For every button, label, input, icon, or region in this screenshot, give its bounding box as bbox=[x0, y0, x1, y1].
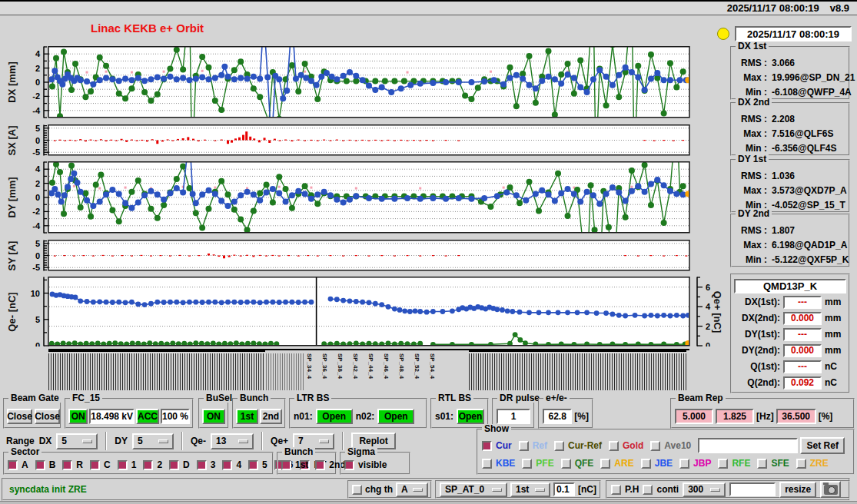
busel-on-button[interactable]: ON bbox=[202, 409, 225, 424]
show-cur-ref-checkbox-box[interactable] bbox=[554, 441, 564, 451]
show-jbe-checkbox[interactable]: JBE bbox=[641, 458, 673, 469]
sector-a-checkbox-box[interactable] bbox=[8, 460, 18, 470]
beam-gate-close-1-button[interactable]: Close bbox=[7, 409, 32, 424]
dy-plot: 420-2-4 bbox=[27, 161, 703, 234]
show-kbe-checkbox[interactable]: KBE bbox=[482, 458, 515, 469]
dx2-max: 7.516@QLF6S bbox=[772, 128, 833, 139]
conti-checkbox[interactable] bbox=[643, 485, 653, 495]
sector-a-checkbox[interactable]: A bbox=[8, 459, 28, 470]
sector-1-checkbox-box[interactable] bbox=[118, 460, 128, 470]
show-jbp-checkbox-box[interactable] bbox=[679, 459, 689, 469]
svg-text:-4: -4 bbox=[32, 106, 41, 115]
show-qfe-checkbox[interactable]: QFE bbox=[561, 458, 594, 469]
ltr-bs-group: LTR BS n01: Open n02: Open bbox=[289, 398, 427, 429]
sector-5-checkbox-box[interactable] bbox=[248, 460, 258, 470]
set-ref-button[interactable]: Set Ref bbox=[800, 437, 845, 454]
sector-2-checkbox-box[interactable] bbox=[143, 460, 153, 470]
sector-r-checkbox[interactable]: R bbox=[62, 459, 83, 470]
show-ave10-checkbox-box[interactable] bbox=[650, 441, 660, 451]
show-are-checkbox-box[interactable] bbox=[600, 459, 610, 469]
resize-button[interactable]: resize bbox=[779, 482, 816, 498]
sector-d-checkbox-label: D bbox=[183, 459, 190, 470]
chg-th-dropdown[interactable]: A bbox=[396, 482, 428, 497]
sy-plot: 50-5 bbox=[27, 240, 703, 271]
sigma-visible-checkbox[interactable]: visible bbox=[344, 459, 387, 470]
status-message: syncdata init ZRE bbox=[9, 484, 87, 495]
show-kbe-checkbox-box[interactable] bbox=[482, 459, 492, 469]
count-dropdown[interactable]: 300 bbox=[683, 482, 726, 497]
bpm-name-field[interactable]: QMD13P_K bbox=[734, 279, 846, 293]
ltr-n01-open-button[interactable]: Open bbox=[316, 409, 353, 424]
sector-d-checkbox-box[interactable] bbox=[169, 460, 179, 470]
show-pfe-checkbox-box[interactable] bbox=[522, 459, 532, 469]
bunch-1st-checkbox-box[interactable] bbox=[281, 460, 291, 470]
dx2-stats-title: DX 2nd bbox=[736, 98, 772, 107]
bunch-2nd-checkbox-box[interactable] bbox=[315, 460, 325, 470]
sector-b-checkbox-label: B bbox=[49, 459, 56, 470]
ltr-n02-open-button[interactable]: Open bbox=[377, 409, 414, 424]
bunch-order-dropdown[interactable]: 1st bbox=[510, 482, 550, 497]
window-bottom-edge bbox=[0, 501, 857, 504]
show-zre-checkbox[interactable]: ZRE bbox=[796, 458, 829, 469]
show-sfe-checkbox[interactable]: SFE bbox=[757, 458, 789, 469]
show-cur-checkbox[interactable]: Cur bbox=[482, 440, 512, 451]
show-sfe-checkbox-box[interactable] bbox=[757, 459, 767, 469]
sector-b-checkbox[interactable]: B bbox=[35, 459, 56, 470]
show-rfe-checkbox-box[interactable] bbox=[718, 459, 728, 469]
chg-th-checkbox[interactable] bbox=[352, 485, 362, 495]
sector-c-checkbox[interactable]: C bbox=[90, 459, 111, 470]
rtl-s01-open-button[interactable]: Open bbox=[457, 409, 484, 424]
sector-3-checkbox-box[interactable] bbox=[197, 460, 207, 470]
sector-1-checkbox[interactable]: 1 bbox=[118, 459, 137, 470]
sector-c-checkbox-box[interactable] bbox=[90, 460, 100, 470]
show-zre-checkbox-box[interactable] bbox=[796, 459, 806, 469]
dx-plot: 420-2-4 bbox=[27, 46, 703, 118]
bunch-1st-button[interactable]: 1st bbox=[236, 409, 258, 424]
show-ave10-checkbox[interactable]: Ave10 bbox=[650, 440, 691, 451]
show-pfe-checkbox[interactable]: PFE bbox=[522, 458, 553, 469]
sector-d-checkbox[interactable]: D bbox=[169, 459, 190, 470]
threshold-field[interactable]: 0.1 bbox=[553, 482, 575, 496]
fc15-on-button[interactable]: ON bbox=[68, 409, 88, 424]
show-cur-checkbox-box[interactable] bbox=[482, 441, 492, 451]
dr-pulse-field[interactable]: 1 bbox=[497, 409, 530, 424]
sector-2-checkbox[interactable]: 2 bbox=[143, 459, 162, 470]
bunch-1st-checkbox[interactable]: 1st bbox=[281, 459, 308, 470]
show-qfe-checkbox-box[interactable] bbox=[561, 459, 571, 469]
sector-3-checkbox[interactable]: 3 bbox=[197, 459, 216, 470]
sector-b-checkbox-box[interactable] bbox=[35, 460, 45, 470]
range-qem-dropdown[interactable]: 13 bbox=[211, 433, 254, 449]
show-gold-checkbox[interactable]: Gold bbox=[609, 440, 643, 451]
show-jbp-checkbox[interactable]: JBP bbox=[679, 458, 711, 469]
sector-4-checkbox-box[interactable] bbox=[222, 460, 232, 470]
count-input[interactable] bbox=[729, 482, 776, 496]
show-jbe-checkbox-box[interactable] bbox=[641, 459, 651, 469]
sector-2-checkbox-label: 2 bbox=[157, 459, 162, 470]
show-are-checkbox[interactable]: ARE bbox=[600, 458, 633, 469]
set-ref-input[interactable] bbox=[698, 438, 798, 453]
sector-r-checkbox-box[interactable] bbox=[62, 460, 72, 470]
range-label: Range bbox=[6, 436, 35, 446]
show-ref-checkbox-box[interactable] bbox=[519, 441, 529, 451]
range-dx-dropdown[interactable]: 5 bbox=[56, 433, 98, 449]
epe-ratio-group: e+/e- 62.8 [%] bbox=[538, 398, 593, 429]
range-dy-dropdown[interactable]: 5 bbox=[132, 433, 174, 449]
sector-4-checkbox[interactable]: 4 bbox=[222, 459, 241, 470]
bpm-row-value-field: --- bbox=[783, 360, 822, 373]
show-ref-checkbox[interactable]: Ref bbox=[519, 440, 547, 451]
svg-text:-4: -4 bbox=[32, 221, 41, 230]
sigma-visible-checkbox-box[interactable] bbox=[344, 460, 354, 470]
acquisition-box: P.H conti 300 resize bbox=[606, 480, 850, 499]
bunch-2nd-button[interactable]: 2nd bbox=[260, 409, 282, 424]
show-rfe-checkbox[interactable]: RFE bbox=[718, 458, 750, 469]
snapshot-button[interactable] bbox=[820, 481, 841, 498]
beam-gate-close-2-button[interactable]: Close bbox=[35, 409, 60, 424]
show-cur-ref-checkbox[interactable]: Cur-Ref bbox=[554, 440, 602, 451]
fc15-acc-button[interactable]: ACC bbox=[136, 409, 159, 424]
sector-5-checkbox[interactable]: 5 bbox=[248, 459, 267, 470]
sp-at-dropdown[interactable]: SP_AT_0 bbox=[440, 482, 507, 497]
camera-icon bbox=[824, 485, 838, 495]
show-gold-checkbox-box[interactable] bbox=[609, 441, 619, 451]
ph-checkbox[interactable] bbox=[611, 485, 621, 495]
bpm-row-value-field: 0.000 bbox=[783, 312, 822, 325]
